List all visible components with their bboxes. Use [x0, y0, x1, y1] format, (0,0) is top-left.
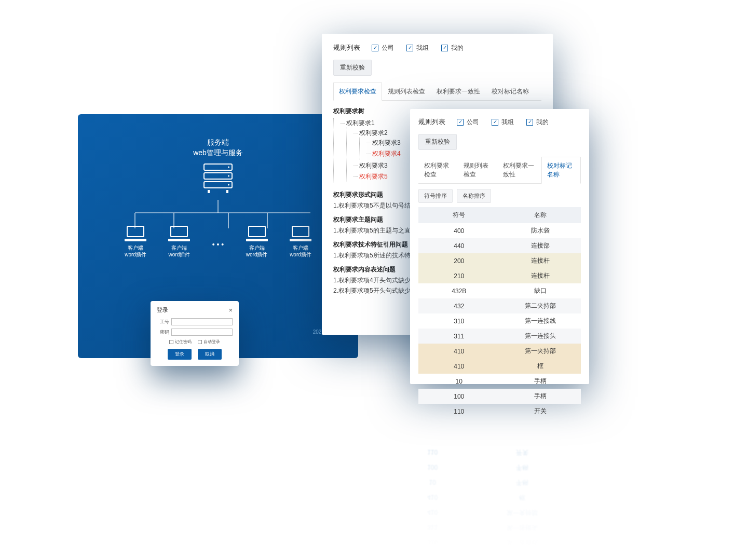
issue-text: 2.权利要求项5开头句式缺少 — [333, 287, 411, 294]
close-icon[interactable]: × — [228, 306, 233, 314]
login-field2-input[interactable] — [171, 329, 233, 336]
issue-text: 1.权利要求项4开头句式缺少 — [333, 277, 411, 284]
tab-mark-name[interactable]: 校对标记名称 — [486, 83, 535, 101]
table-cell: 缺口 — [500, 283, 581, 298]
ellipsis-icon: • • • — [212, 235, 224, 249]
table-cell: 第一夹持部 — [500, 344, 581, 359]
table-row[interactable]: 432B缺口 — [418, 283, 581, 298]
table-cell: 100 — [418, 389, 500, 404]
table-row[interactable]: 410框 — [418, 359, 581, 374]
table-cell: 连接杆 — [500, 253, 581, 268]
table-row[interactable]: 311第一连接头 — [418, 329, 581, 344]
table-cell: 410 — [418, 359, 500, 374]
tab-claims-check[interactable]: 权利要求检查 — [333, 83, 382, 101]
table-row[interactable]: 200连接杆 — [418, 253, 581, 268]
tab-mark-name[interactable]: 校对标记名称 — [541, 157, 581, 184]
filter-company-label: 公司 — [382, 44, 394, 52]
table-cell: 连接部 — [500, 238, 581, 253]
login-button[interactable]: 登录 — [168, 349, 192, 360]
table-cell: 310 — [418, 313, 500, 329]
client-4-line2: word插件 — [290, 252, 311, 257]
issue-text: 1.权利要求项5所述的技术特征 — [333, 252, 417, 259]
table-cell: 防水袋 — [500, 223, 581, 238]
login-field1-label: 工号 — [157, 319, 169, 325]
client-3-line1: 客户端 — [249, 245, 265, 251]
table-cell: 110 — [418, 404, 500, 419]
sort-by-symbol-button[interactable]: 符号排序 — [418, 189, 453, 203]
tab-rules-check[interactable]: 规则列表检查 — [382, 83, 431, 101]
filter-company-checkbox[interactable]: ✓公司 — [457, 118, 479, 127]
col-symbol: 符号 — [418, 207, 500, 223]
table-row[interactable]: 210连接杆 — [418, 268, 581, 283]
auto-login-checkbox[interactable]: 自动登录 — [198, 339, 220, 345]
mark-names-table: 符号 名称 400防水袋440连接部200连接杆210连接杆432B缺口432第… — [418, 207, 581, 419]
reverify-button[interactable]: 重新校验 — [418, 134, 457, 150]
tab-claims-check[interactable]: 权利要求检查 — [418, 157, 458, 184]
sort-by-name-button[interactable]: 名称排序 — [457, 189, 491, 203]
client-4: 客户端word插件 — [290, 226, 311, 258]
table-cell: 连接杆 — [500, 268, 581, 283]
login-dialog: 登录 × 工号 密码 记住密码 自动登录 登录 取消 — [151, 301, 239, 366]
client-3: 客户端word插件 — [246, 226, 268, 258]
reverify-button[interactable]: 重新校验 — [333, 60, 372, 76]
auto-login-label: 自动登录 — [203, 339, 220, 345]
table-cell: 400 — [418, 223, 500, 238]
client-3-line2: word插件 — [246, 252, 268, 257]
remember-password-label: 记住密码 — [175, 339, 192, 345]
table-row[interactable]: 440连接部 — [418, 238, 581, 253]
table-row[interactable]: 400防水袋 — [418, 223, 581, 238]
filter-group-label: 我组 — [416, 44, 429, 52]
filter-mine-checkbox[interactable]: ✓我的 — [441, 44, 464, 52]
table-cell: 432B — [418, 283, 500, 298]
laptop-icon — [246, 226, 268, 241]
filter-group-checkbox[interactable]: ✓我组 — [406, 44, 429, 52]
table-row[interactable]: 432第二夹持部 — [418, 298, 581, 313]
table-cell: 311 — [418, 329, 500, 344]
filter-company-checkbox[interactable]: ✓公司 — [372, 44, 394, 52]
client-1-line2: word插件 — [125, 252, 146, 257]
server-icon — [203, 163, 233, 193]
tab-rules-check[interactable]: 规则列表检查 — [458, 157, 497, 184]
client-1: 客户端word插件 — [125, 226, 146, 258]
col-name: 名称 — [500, 207, 581, 223]
client-row: 客户端word插件 客户端word插件 • • • 客户端word插件 客户端w… — [78, 226, 358, 258]
table-row[interactable]: 110开关 — [418, 404, 581, 419]
filter-group-label: 我组 — [501, 118, 514, 127]
filter-company-label: 公司 — [467, 118, 479, 127]
table-cell: 10 — [418, 374, 500, 389]
remember-password-checkbox[interactable]: 记住密码 — [169, 339, 192, 345]
table-cell: 432 — [418, 298, 500, 313]
tabs: 权利要求检查 规则列表检查 权利要求一致性 校对标记名称 — [333, 82, 541, 101]
table-row[interactable]: 410第一夹持部 — [418, 344, 581, 359]
server-title-line1: 服务端 — [207, 138, 229, 146]
server-title-line2: web管理与服务 — [193, 148, 243, 157]
filter-mine-label: 我的 — [536, 118, 549, 127]
table-cell: 440 — [418, 238, 500, 253]
tab-consistency[interactable]: 权利要求一致性 — [431, 83, 486, 101]
table-row[interactable]: 310第一连接线 — [418, 313, 581, 329]
issue-text: 1.权利要求项5不是以句号结尾。 — [333, 202, 423, 209]
table-cell: 第一连接线 — [500, 313, 581, 329]
table-cell: 210 — [418, 268, 500, 283]
login-field1-input[interactable] — [171, 318, 233, 325]
filter-group-checkbox[interactable]: ✓我组 — [492, 118, 514, 127]
table-cell: 410 — [418, 344, 500, 359]
table-row[interactable]: 10手柄 — [418, 374, 581, 389]
laptop-icon — [290, 226, 311, 241]
table-row[interactable]: 100手柄 — [418, 389, 581, 404]
login-title: 登录 — [157, 306, 168, 314]
tree-node-label: 权利要求1 — [346, 119, 375, 127]
tree-node-label: 权利要求5 — [359, 173, 388, 180]
tab-consistency[interactable]: 权利要求一致性 — [497, 157, 541, 184]
filter-mine-checkbox[interactable]: ✓我的 — [526, 118, 549, 127]
table-cell: 手柄 — [500, 374, 581, 389]
table-cell: 第一连接头 — [500, 329, 581, 344]
laptop-icon — [168, 226, 190, 241]
table-cell: 框 — [500, 359, 581, 374]
client-2-line1: 客户端 — [171, 245, 187, 251]
rules-list-title: 规则列表 — [333, 43, 360, 52]
tree-node-label: 权利要求3 — [372, 139, 401, 146]
login-field2-label: 密码 — [157, 329, 169, 336]
cancel-button[interactable]: 取消 — [198, 349, 222, 360]
client-1-line1: 客户端 — [128, 245, 143, 251]
